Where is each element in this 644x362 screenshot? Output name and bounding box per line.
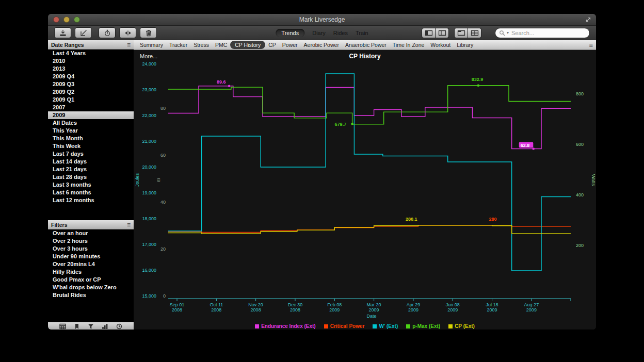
tab-cp[interactable]: CP	[265, 41, 279, 48]
download-activity-button[interactable]	[54, 27, 71, 38]
sidebar-item-2007[interactable]: 2007	[48, 104, 134, 111]
sidebar-item-this-week[interactable]: This Week	[48, 142, 134, 150]
svg-text:Feb 08: Feb 08	[327, 302, 342, 307]
tabbed-view-button[interactable]	[454, 28, 468, 38]
date-ranges-header[interactable]: Date Ranges ≡	[48, 40, 134, 50]
segment-trends[interactable]: Trends	[276, 29, 304, 37]
toggle-recording-button[interactable]	[99, 27, 116, 38]
legend-label: p-Max (Ext)	[412, 323, 440, 329]
filter-item-hilly-rides[interactable]: Hilly Rides	[48, 268, 134, 276]
svg-text:Joules: Joules	[135, 173, 140, 187]
tab-library[interactable]: Library	[454, 41, 476, 48]
legend-cp-ext: CP (Ext)	[448, 323, 475, 329]
close-button[interactable]	[53, 17, 59, 23]
svg-text:Aug 27: Aug 27	[524, 302, 539, 307]
search-input[interactable]	[510, 29, 574, 37]
chart-icon[interactable]	[102, 323, 108, 330]
sidebar-item-last-6-months[interactable]: Last 6 months	[48, 189, 134, 196]
delete-activity-button[interactable]	[140, 27, 157, 38]
sidebar-item-this-year[interactable]: This Year	[48, 127, 134, 135]
tab-power[interactable]: Power	[279, 41, 301, 48]
clock-icon[interactable]	[116, 323, 122, 330]
svg-text:2008: 2008	[251, 307, 261, 312]
legend-critical-power: Critical Power	[324, 323, 365, 329]
sidebar-item-last-21-days[interactable]: Last 21 days	[48, 166, 134, 173]
search-icon	[499, 30, 505, 36]
fullscreen-icon[interactable]	[585, 16, 592, 23]
svg-text:Nov 20: Nov 20	[248, 302, 263, 307]
svg-text:20: 20	[160, 246, 166, 252]
svg-text:80: 80	[160, 106, 166, 111]
tabs-menu-icon[interactable]: ≡	[589, 42, 593, 48]
funnel-icon[interactable]	[88, 323, 94, 330]
svg-text:2009: 2009	[447, 307, 458, 312]
search-dropdown-icon[interactable]: ▾	[507, 31, 509, 35]
toggle-sidebar-button[interactable]	[422, 28, 436, 38]
filter-item-brutal-rides[interactable]: Brutal Rides	[48, 291, 134, 299]
search-field[interactable]: ▾	[495, 28, 590, 38]
sidebar-icon	[425, 30, 433, 36]
filters-list: Over an hourOver 2 hoursOver 3 hoursUnde…	[48, 229, 134, 299]
segment-diary[interactable]: Diary	[312, 30, 326, 36]
sidebar-item-2009[interactable]: 2009	[48, 111, 134, 119]
legend-label: Endurance Index (Ext)	[261, 323, 316, 329]
tab-anaerobic-power[interactable]: Anaerobic Power	[342, 41, 390, 48]
sidebar-item-2009-q2[interactable]: 2009 Q2	[48, 88, 134, 96]
tab-stress[interactable]: Stress	[190, 41, 212, 48]
calendar-icon[interactable]	[59, 323, 66, 330]
sidebar-item-2009-q4[interactable]: 2009 Q4	[48, 73, 134, 80]
tab-workout[interactable]: Workout	[427, 41, 454, 48]
tab-aerobic-power[interactable]: Aerobic Power	[301, 41, 342, 48]
zoom-button[interactable]	[74, 17, 80, 23]
tab-tracker[interactable]: Tracker	[166, 41, 190, 48]
svg-text:22,000: 22,000	[142, 113, 156, 118]
filter-item-over-2-hours[interactable]: Over 2 hours	[48, 237, 134, 245]
filter-item-under-90-minutes[interactable]: Under 90 minutes	[48, 253, 134, 260]
sidebar-item-last-7-days[interactable]: Last 7 days	[48, 150, 134, 158]
svg-text:62.8: 62.8	[521, 143, 530, 148]
legend-p-max-ext: p-Max (Ext)	[406, 323, 440, 329]
sidebar-item-all-dates[interactable]: All Dates	[48, 119, 134, 127]
bookmark-icon[interactable]	[74, 323, 80, 330]
filter-item-over-an-hour[interactable]: Over an hour	[48, 229, 134, 237]
legend-label: W' (Ext)	[379, 323, 398, 329]
sidebar-item-last-28-days[interactable]: Last 28 days	[48, 173, 134, 181]
toggle-lowbar-button[interactable]	[436, 28, 449, 38]
segment-train[interactable]: Train	[356, 30, 368, 36]
window-title: Mark Liversedge	[48, 14, 596, 25]
sidebar-item-last-14-days[interactable]: Last 14 days	[48, 158, 134, 166]
sidebar-item-last-4-years[interactable]: Last 4 Years	[48, 50, 134, 57]
svg-text:18,000: 18,000	[142, 216, 156, 221]
titlebar[interactable]: Mark Liversedge	[48, 14, 596, 26]
tab-cp-history[interactable]: CP History	[230, 41, 265, 49]
sidebar-item-2009-q3[interactable]: 2009 Q3	[48, 80, 134, 88]
tab-pmc[interactable]: PMC	[212, 41, 230, 48]
filter-item-over-20mins-l4[interactable]: Over 20mins L4	[48, 260, 134, 268]
sidebar-item-this-month[interactable]: This Month	[48, 135, 134, 142]
svg-text:89.6: 89.6	[217, 79, 226, 85]
svg-text:2009: 2009	[487, 307, 497, 312]
date-ranges-menu-icon[interactable]: ≡	[127, 42, 131, 48]
filter-item-over-3-hours[interactable]: Over 3 hours	[48, 245, 134, 253]
sidebar-item-2010[interactable]: 2010	[48, 57, 134, 65]
tiled-view-button[interactable]	[468, 28, 481, 38]
split-activity-button[interactable]	[119, 27, 136, 38]
segment-rides[interactable]: Rides	[333, 30, 348, 36]
sidebar-item-2013[interactable]: 2013	[48, 65, 134, 73]
tab-summary[interactable]: Summary	[137, 41, 166, 48]
sidebar-item-last-12-months[interactable]: Last 12 months	[48, 196, 134, 204]
sidebar-item-2009-q1[interactable]: 2009 Q1	[48, 96, 134, 104]
svg-text:Dec 30: Dec 30	[288, 302, 303, 307]
svg-text:19,000: 19,000	[142, 190, 156, 195]
svg-text:Oct 11: Oct 11	[210, 302, 223, 307]
filters-menu-icon[interactable]: ≡	[127, 222, 131, 228]
filter-item-good-pmax-or-cp[interactable]: Good Pmax or CP	[48, 276, 134, 284]
download-icon	[59, 29, 67, 37]
svg-text:15,000: 15,000	[142, 293, 156, 299]
filter-item-w-bal-drops-below-zero[interactable]: W'bal drops below Zero	[48, 284, 134, 291]
filters-header[interactable]: Filters ≡	[48, 220, 134, 229]
sidebar-item-last-3-months[interactable]: Last 3 months	[48, 181, 134, 189]
minimize-button[interactable]	[63, 17, 70, 23]
manual-entry-button[interactable]	[75, 27, 92, 38]
tab-time-in-zone[interactable]: Time In Zone	[390, 41, 427, 48]
